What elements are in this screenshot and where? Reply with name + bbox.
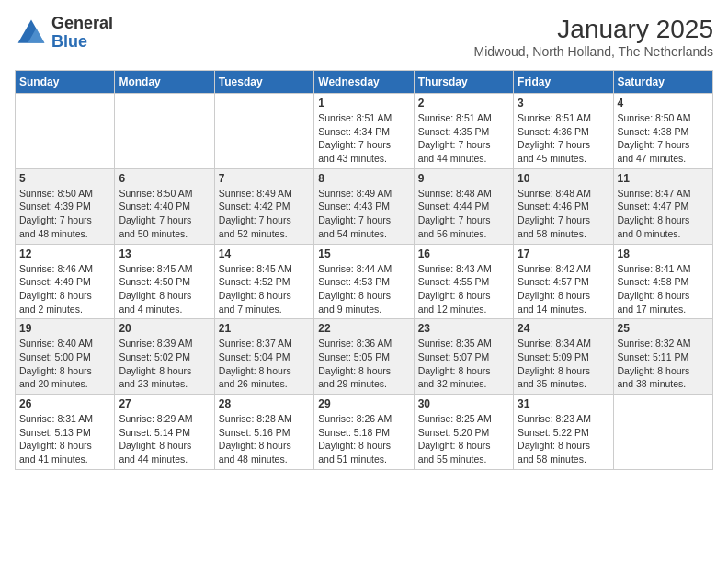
day-info: Sunrise: 8:45 AMSunset: 4:50 PMDaylight:… [119,262,210,316]
day-info: Sunrise: 8:41 AMSunset: 4:58 PMDaylight:… [618,262,709,316]
logo-text: General Blue [51,15,113,52]
day-number: 31 [518,397,609,410]
day-info: Sunrise: 8:45 AMSunset: 4:52 PMDaylight:… [219,262,310,316]
calendar-cell [613,395,712,470]
day-number: 1 [318,97,409,109]
calendar-cell: 11Sunrise: 8:47 AMSunset: 4:47 PMDayligh… [613,168,712,244]
calendar-cell [214,94,313,169]
calendar-cell: 15Sunrise: 8:44 AMSunset: 4:53 PMDayligh… [314,244,414,319]
calendar-cell [16,94,115,169]
day-number: 14 [219,247,310,260]
day-number: 5 [19,172,110,185]
day-info: Sunrise: 8:47 AMSunset: 4:47 PMDaylight:… [618,187,709,241]
calendar-week-row: 1Sunrise: 8:51 AMSunset: 4:34 PMDaylight… [16,94,713,169]
day-number: 4 [618,97,709,109]
day-info: Sunrise: 8:44 AMSunset: 4:53 PMDaylight:… [318,262,409,316]
day-info: Sunrise: 8:49 AMSunset: 4:42 PMDaylight:… [219,187,310,241]
weekday-header: Friday [514,71,613,94]
day-number: 2 [418,97,509,109]
day-number: 10 [518,172,609,185]
day-info: Sunrise: 8:51 AMSunset: 4:35 PMDaylight:… [418,111,509,166]
day-info: Sunrise: 8:25 AMSunset: 5:20 PMDaylight:… [418,412,509,466]
calendar-cell: 2Sunrise: 8:51 AMSunset: 4:35 PMDaylight… [414,94,513,169]
day-number: 23 [418,322,509,335]
day-info: Sunrise: 8:34 AMSunset: 5:09 PMDaylight:… [518,337,609,391]
calendar-cell: 14Sunrise: 8:45 AMSunset: 4:52 PMDayligh… [214,244,313,319]
calendar-cell: 23Sunrise: 8:35 AMSunset: 5:07 PMDayligh… [414,319,513,395]
calendar-cell: 8Sunrise: 8:49 AMSunset: 4:43 PMDaylight… [314,168,414,244]
calendar-cell: 10Sunrise: 8:48 AMSunset: 4:46 PMDayligh… [514,168,613,244]
day-number: 24 [518,322,609,335]
calendar-cell: 30Sunrise: 8:25 AMSunset: 5:20 PMDayligh… [414,395,513,470]
logo: General Blue [15,15,113,52]
calendar-cell: 5Sunrise: 8:50 AMSunset: 4:39 PMDaylight… [16,168,115,244]
calendar-week-row: 12Sunrise: 8:46 AMSunset: 4:49 PMDayligh… [16,244,713,319]
month-title: January 2025 [474,15,713,44]
location-title: Midwoud, North Holland, The Netherlands [474,44,713,59]
calendar-cell: 24Sunrise: 8:34 AMSunset: 5:09 PMDayligh… [514,319,613,395]
day-info: Sunrise: 8:32 AMSunset: 5:11 PMDaylight:… [618,337,709,391]
calendar-cell: 3Sunrise: 8:51 AMSunset: 4:36 PMDaylight… [514,94,613,169]
weekday-header: Sunday [16,71,115,94]
calendar-week-row: 19Sunrise: 8:40 AMSunset: 5:00 PMDayligh… [16,319,713,395]
day-number: 16 [418,247,509,260]
calendar-cell: 25Sunrise: 8:32 AMSunset: 5:11 PMDayligh… [613,319,712,395]
day-number: 13 [119,247,210,260]
day-info: Sunrise: 8:37 AMSunset: 5:04 PMDaylight:… [219,337,310,391]
calendar-cell: 13Sunrise: 8:45 AMSunset: 4:50 PMDayligh… [115,244,214,319]
logo-general: General [51,15,113,33]
calendar-cell: 12Sunrise: 8:46 AMSunset: 4:49 PMDayligh… [16,244,115,319]
day-info: Sunrise: 8:23 AMSunset: 5:22 PMDaylight:… [518,412,609,466]
day-info: Sunrise: 8:36 AMSunset: 5:05 PMDaylight:… [318,337,409,391]
calendar-cell: 29Sunrise: 8:26 AMSunset: 5:18 PMDayligh… [314,395,414,470]
day-number: 15 [318,247,409,260]
day-info: Sunrise: 8:48 AMSunset: 4:46 PMDaylight:… [518,187,609,241]
calendar-cell: 7Sunrise: 8:49 AMSunset: 4:42 PMDaylight… [214,168,313,244]
calendar-week-row: 26Sunrise: 8:31 AMSunset: 5:13 PMDayligh… [16,395,713,470]
day-info: Sunrise: 8:51 AMSunset: 4:36 PMDaylight:… [518,111,609,166]
calendar-cell: 20Sunrise: 8:39 AMSunset: 5:02 PMDayligh… [115,319,214,395]
day-info: Sunrise: 8:28 AMSunset: 5:16 PMDaylight:… [219,412,310,466]
day-number: 29 [318,397,409,410]
logo-icon [15,17,48,50]
calendar-cell: 4Sunrise: 8:50 AMSunset: 4:38 PMDaylight… [613,94,712,169]
calendar-cell: 17Sunrise: 8:42 AMSunset: 4:57 PMDayligh… [514,244,613,319]
weekday-header: Saturday [613,71,712,94]
day-number: 7 [219,172,310,185]
day-number: 26 [19,397,110,410]
calendar-week-row: 5Sunrise: 8:50 AMSunset: 4:39 PMDaylight… [16,168,713,244]
day-number: 25 [618,322,709,335]
day-info: Sunrise: 8:48 AMSunset: 4:44 PMDaylight:… [418,187,509,241]
day-info: Sunrise: 8:26 AMSunset: 5:18 PMDaylight:… [318,412,409,466]
calendar-cell: 26Sunrise: 8:31 AMSunset: 5:13 PMDayligh… [16,395,115,470]
day-info: Sunrise: 8:29 AMSunset: 5:14 PMDaylight:… [119,412,210,466]
day-number: 21 [219,322,310,335]
weekday-header: Tuesday [214,71,313,94]
weekday-header: Thursday [414,71,513,94]
calendar-cell [115,94,214,169]
calendar-cell: 1Sunrise: 8:51 AMSunset: 4:34 PMDaylight… [314,94,414,169]
calendar-cell: 9Sunrise: 8:48 AMSunset: 4:44 PMDaylight… [414,168,513,244]
day-number: 28 [219,397,310,410]
weekday-header: Monday [115,71,214,94]
day-number: 18 [618,247,709,260]
calendar-table: SundayMondayTuesdayWednesdayThursdayFrid… [15,70,713,470]
day-number: 9 [418,172,509,185]
day-number: 20 [119,322,210,335]
calendar-cell: 6Sunrise: 8:50 AMSunset: 4:40 PMDaylight… [115,168,214,244]
calendar-cell: 21Sunrise: 8:37 AMSunset: 5:04 PMDayligh… [214,319,313,395]
day-info: Sunrise: 8:39 AMSunset: 5:02 PMDaylight:… [119,337,210,391]
calendar-cell: 27Sunrise: 8:29 AMSunset: 5:14 PMDayligh… [115,395,214,470]
calendar-cell: 22Sunrise: 8:36 AMSunset: 5:05 PMDayligh… [314,319,414,395]
day-number: 3 [518,97,609,109]
day-info: Sunrise: 8:42 AMSunset: 4:57 PMDaylight:… [518,262,609,316]
day-info: Sunrise: 8:49 AMSunset: 4:43 PMDaylight:… [318,187,409,241]
day-number: 6 [119,172,210,185]
day-number: 27 [119,397,210,410]
day-info: Sunrise: 8:31 AMSunset: 5:13 PMDaylight:… [19,412,110,466]
weekday-header-row: SundayMondayTuesdayWednesdayThursdayFrid… [16,71,713,94]
day-number: 12 [19,247,110,260]
calendar-cell: 31Sunrise: 8:23 AMSunset: 5:22 PMDayligh… [514,395,613,470]
day-info: Sunrise: 8:51 AMSunset: 4:34 PMDaylight:… [318,111,409,166]
day-info: Sunrise: 8:40 AMSunset: 5:00 PMDaylight:… [19,337,110,391]
